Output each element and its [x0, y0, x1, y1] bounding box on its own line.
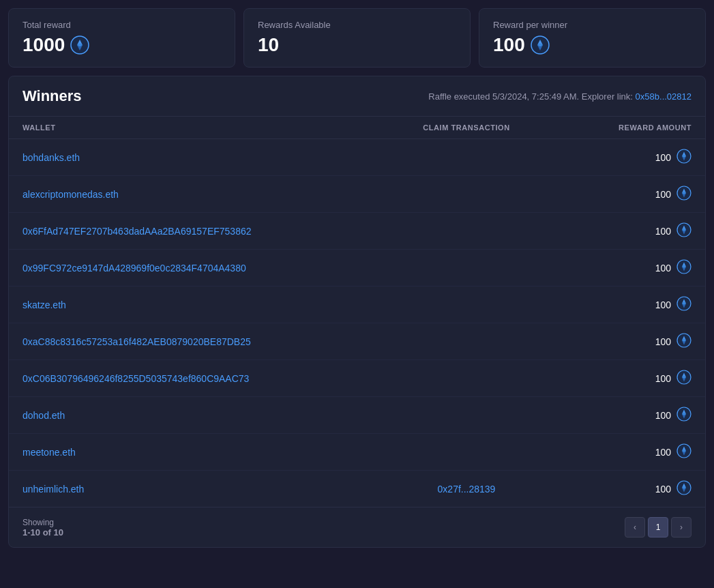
pagination: ‹ 1 ›: [625, 517, 691, 538]
reward-amount: 100: [655, 484, 671, 495]
wallet-cell: 0x99FC972ce9147dA428969f0e0c2834F4704A43…: [23, 262, 364, 274]
stats-row: Total reward 1000 Rewards Available 10 R…: [8, 8, 706, 68]
wallet-link[interactable]: unheimlich.eth: [23, 484, 84, 495]
reward-amount: 100: [655, 189, 671, 200]
reward-cell: 100: [569, 259, 691, 276]
table-row: dohod.eth 100: [9, 397, 705, 434]
reward-token-icon: [676, 480, 691, 497]
reward-cell: 100: [569, 149, 691, 166]
raffle-info: Raffle executed 5/3/2024, 7:25:49 AM. Ex…: [428, 91, 691, 102]
wallet-link[interactable]: 0xC06B30796496246f8255D5035743ef860C9AAC…: [23, 373, 249, 384]
reward-token-icon: [676, 333, 691, 350]
reward-amount: 100: [655, 447, 671, 458]
wallet-cell: unheimlich.eth: [23, 483, 364, 495]
token-icon-2: [531, 35, 550, 55]
table-row: 0xaC88c8316c57253a16f482AEB0879020BE87DB…: [9, 323, 705, 360]
total-reward-value: 1000: [23, 34, 221, 56]
showing-range: 1-10 of 10: [23, 527, 63, 538]
wallet-link[interactable]: 0x6FfAd747EF2707b463dadAAa2BA69157EF7538…: [23, 226, 252, 237]
reward-amount: 100: [655, 336, 671, 347]
claim-tx-cell: 0x27f...28139: [364, 483, 569, 495]
wallet-link[interactable]: meetone.eth: [23, 447, 76, 458]
reward-token-icon: [676, 370, 691, 387]
reward-amount: 100: [655, 226, 671, 237]
table-row: bohdanks.eth 100: [9, 139, 705, 176]
wallet-link[interactable]: bohdanks.eth: [23, 152, 80, 163]
reward-token-icon: [676, 186, 691, 203]
reward-amount: 100: [655, 299, 671, 310]
reward-cell: 100: [569, 443, 691, 460]
reward-cell: 100: [569, 186, 691, 203]
table-row: 0xC06B30796496246f8255D5035743ef860C9AAC…: [9, 360, 705, 397]
wallet-link[interactable]: alexcriptomonedas.eth: [23, 189, 119, 200]
winners-title: Winners: [23, 87, 82, 105]
raffle-explorer-link[interactable]: 0x58b...02812: [636, 91, 691, 102]
wallet-cell: bohdanks.eth: [23, 151, 364, 164]
reward-token-icon: [676, 149, 691, 166]
reward-token-icon: [676, 259, 691, 276]
wallet-cell: skatze.eth: [23, 299, 364, 311]
table-footer: Showing 1-10 of 10 ‹ 1 ›: [9, 507, 705, 547]
table-row: meetone.eth 100: [9, 434, 705, 471]
prev-page-button[interactable]: ‹: [625, 517, 645, 538]
col-claim-label: CLAIM TRANSACTION: [364, 123, 569, 132]
wallet-link[interactable]: 0x99FC972ce9147dA428969f0e0c2834F4704A43…: [23, 263, 246, 274]
reward-per-winner-label: Reward per winner: [493, 20, 691, 30]
wallet-cell: meetone.eth: [23, 446, 364, 458]
rewards-available-card: Rewards Available 10: [243, 8, 471, 68]
col-reward-label: REWARD AMOUNT: [569, 123, 691, 132]
wallet-cell: alexcriptomonedas.eth: [23, 188, 364, 201]
table-row: 0x99FC972ce9147dA428969f0e0c2834F4704A43…: [9, 250, 705, 286]
col-wallet-label: WALLET: [23, 123, 364, 132]
claim-tx-link[interactable]: 0x27f...28139: [438, 484, 496, 495]
wallet-cell: dohod.eth: [23, 409, 364, 422]
reward-amount: 100: [655, 152, 671, 163]
table-row: skatze.eth 100: [9, 286, 705, 323]
showing-info: Showing 1-10 of 10: [23, 518, 63, 538]
reward-cell: 100: [569, 222, 691, 239]
wallet-link[interactable]: dohod.eth: [23, 410, 65, 421]
wallet-link[interactable]: 0xaC88c8316c57253a16f482AEB0879020BE87DB…: [23, 336, 251, 347]
token-icon: [70, 35, 89, 55]
reward-amount: 100: [655, 263, 671, 274]
reward-amount: 100: [655, 410, 671, 421]
wallet-cell: 0x6FfAd747EF2707b463dadAAa2BA69157EF7538…: [23, 225, 364, 237]
reward-cell: 100: [569, 333, 691, 350]
rewards-available-label: Rewards Available: [258, 20, 456, 30]
reward-token-icon: [676, 407, 691, 424]
reward-per-winner-value: 100: [493, 34, 691, 56]
reward-cell: 100: [569, 370, 691, 387]
reward-token-icon: [676, 296, 691, 313]
next-page-button[interactable]: ›: [671, 517, 691, 538]
wallet-cell: 0xC06B30796496246f8255D5035743ef860C9AAC…: [23, 372, 364, 385]
table-header: WALLET CLAIM TRANSACTION REWARD AMOUNT: [9, 117, 705, 139]
table-row: unheimlich.eth 0x27f...28139 100: [9, 471, 705, 507]
reward-cell: 100: [569, 407, 691, 424]
reward-token-icon: [676, 443, 691, 460]
reward-per-winner-card: Reward per winner 100: [479, 8, 706, 68]
winners-header: Winners Raffle executed 5/3/2024, 7:25:4…: [9, 76, 705, 117]
total-reward-label: Total reward: [23, 20, 221, 30]
reward-cell: 100: [569, 296, 691, 313]
winners-panel: Winners Raffle executed 5/3/2024, 7:25:4…: [8, 76, 706, 548]
total-reward-card: Total reward 1000: [8, 8, 235, 68]
table-row: alexcriptomonedas.eth 100: [9, 176, 705, 213]
winners-table-body: bohdanks.eth 100 alexcriptomonedas.eth 1…: [9, 139, 705, 507]
showing-label: Showing: [23, 518, 63, 527]
reward-cell: 100: [569, 480, 691, 497]
table-row: 0x6FfAd747EF2707b463dadAAa2BA69157EF7538…: [9, 213, 705, 250]
wallet-link[interactable]: skatze.eth: [23, 299, 66, 310]
page-1-button[interactable]: 1: [648, 517, 668, 538]
rewards-available-value: 10: [258, 34, 456, 56]
reward-amount: 100: [655, 373, 671, 384]
wallet-cell: 0xaC88c8316c57253a16f482AEB0879020BE87DB…: [23, 336, 364, 348]
reward-token-icon: [676, 222, 691, 239]
